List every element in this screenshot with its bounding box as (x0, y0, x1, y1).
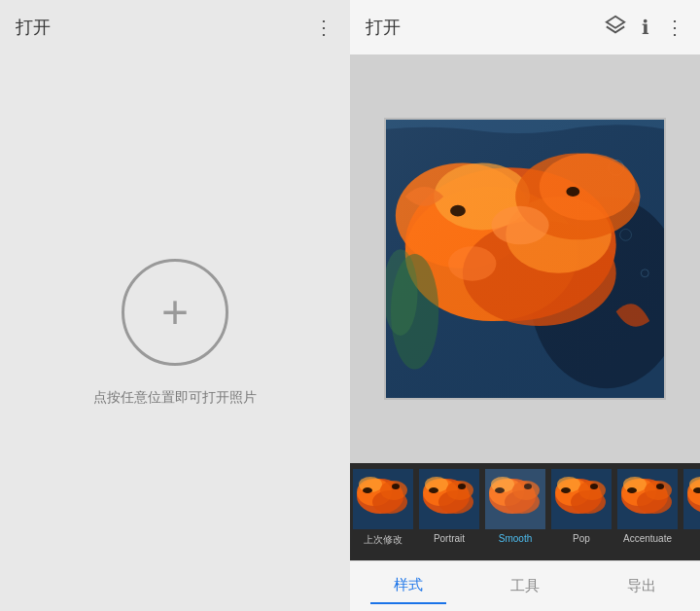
filter-label: Portrait (434, 533, 465, 544)
filter-label: 上次修改 (364, 533, 402, 547)
image-container (350, 54, 700, 463)
filter-label: Smooth (499, 533, 532, 544)
tab-工具[interactable]: 工具 (487, 568, 563, 604)
filter-item[interactable]: Pop (548, 469, 614, 547)
filter-item[interactable]: Smooth (482, 469, 548, 547)
filter-item[interactable]: Fa... (681, 469, 700, 547)
info-icon[interactable]: ℹ (642, 16, 649, 39)
filter-thumb (617, 469, 678, 529)
left-open-button[interactable]: 打开 (16, 16, 51, 39)
filter-item[interactable]: Portrait (416, 469, 482, 547)
svg-rect-75 (683, 469, 700, 529)
right-header-icons: ℹ ⋮ (605, 15, 684, 41)
svg-rect-39 (419, 469, 479, 529)
right-open-button[interactable]: 打开 (366, 16, 401, 39)
filter-item[interactable]: Accentuate (614, 469, 681, 547)
right-menu-icon[interactable]: ⋮ (665, 16, 684, 39)
right-panel: 打开 ℹ ⋮ (350, 0, 700, 611)
filter-strip: 上次修改 Portrait (350, 463, 700, 560)
filter-thumb (683, 469, 700, 529)
filter-label: Pop (573, 533, 590, 544)
right-header: 打开 ℹ ⋮ (350, 0, 700, 54)
left-content[interactable]: + 点按任意位置即可打开照片 (0, 54, 350, 611)
svg-rect-30 (353, 469, 413, 529)
filter-label: Accentuate (623, 533, 672, 544)
svg-rect-57 (551, 469, 612, 529)
svg-rect-66 (617, 469, 678, 529)
tab-导出[interactable]: 导出 (604, 568, 680, 604)
open-hint-text: 点按任意位置即可打开照片 (93, 389, 257, 407)
photo-frame (384, 118, 666, 400)
left-menu-icon[interactable]: ⋮ (314, 16, 334, 39)
svg-marker-0 (607, 16, 624, 27)
svg-point-21 (448, 246, 496, 281)
filter-thumb (551, 469, 612, 529)
svg-point-20 (491, 206, 548, 244)
filter-thumb (353, 469, 413, 529)
add-photo-button[interactable]: + (122, 259, 228, 366)
layers-icon[interactable] (605, 15, 626, 41)
plus-icon: + (161, 289, 189, 336)
svg-rect-48 (485, 469, 545, 529)
tab-样式[interactable]: 样式 (370, 568, 446, 604)
left-panel: 打开 ⋮ + 点按任意位置即可打开照片 (0, 0, 350, 611)
filter-thumb (485, 469, 545, 529)
tab-bar: 样式工具导出 (350, 560, 700, 611)
filter-item[interactable]: 上次修改 (350, 469, 416, 547)
filter-thumb (419, 469, 479, 529)
left-header: 打开 ⋮ (0, 0, 350, 54)
